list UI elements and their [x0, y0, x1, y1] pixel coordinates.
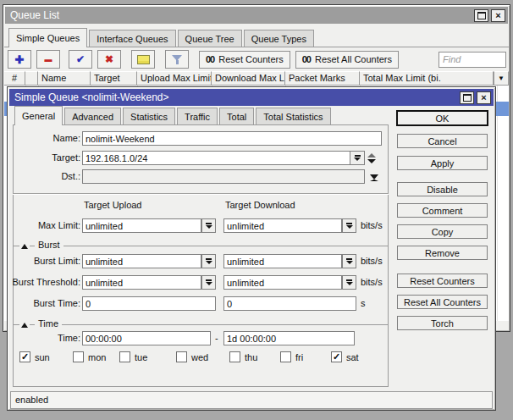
- dialog-maximize-button[interactable]: [460, 91, 474, 104]
- column-header-target[interactable]: Target: [91, 71, 137, 86]
- torch-button[interactable]: Torch: [397, 316, 488, 330]
- cancel-button[interactable]: Cancel: [397, 134, 488, 148]
- column-header-total-max-limit[interactable]: Total Max Limit (bi.: [360, 71, 494, 86]
- burst-time-unit: s: [361, 296, 366, 311]
- checkbox-icon[interactable]: [280, 351, 291, 362]
- maximize-button[interactable]: [474, 9, 488, 22]
- day-checkbox-thu[interactable]: thu: [229, 351, 257, 362]
- day-checkbox-wed[interactable]: wed: [176, 351, 208, 362]
- target-input[interactable]: [82, 151, 350, 165]
- checkbox-icon[interactable]: [73, 351, 84, 362]
- burst-limit-upload-input[interactable]: [82, 254, 201, 268]
- day-label: tue: [135, 352, 147, 362]
- remove-icon: ▬: [45, 56, 52, 64]
- max-limit-download-input[interactable]: [223, 218, 342, 233]
- target-spinner[interactable]: [367, 151, 377, 165]
- dialog-close-button[interactable]: ×: [477, 91, 491, 104]
- reset-all-counters-button[interactable]: Reset All Counters: [397, 295, 488, 309]
- burst-limit-upload-dropdown[interactable]: [201, 254, 216, 268]
- tab-total-statistics[interactable]: Total Statistics: [256, 108, 330, 125]
- column-header-packet-marks[interactable]: Packet Marks: [285, 71, 360, 86]
- tab-traffic[interactable]: Traffic: [177, 108, 218, 125]
- max-limit-upload-input[interactable]: [82, 218, 201, 233]
- burst-limit-download-input[interactable]: [223, 254, 342, 268]
- column-header-upload-max-limit[interactable]: Upload Max Limit: [137, 71, 212, 86]
- checkbox-icon[interactable]: [331, 351, 342, 362]
- burst-time-download-input[interactable]: [223, 296, 356, 311]
- status-text: enabled: [15, 395, 48, 405]
- desktop: { "colors": { "backdrop": "#a8a8a8", "wi…: [0, 0, 513, 420]
- target-dropdown-button[interactable]: [350, 151, 365, 165]
- tab-advanced[interactable]: Advanced: [64, 108, 121, 125]
- day-checkbox-mon[interactable]: mon: [73, 351, 106, 362]
- enable-button[interactable]: ✔: [69, 50, 92, 69]
- tab-simple-queues[interactable]: Simple Queues: [8, 28, 87, 47]
- disable-button[interactable]: Disable: [397, 182, 488, 196]
- target-label: Target:: [8, 151, 80, 165]
- disable-button[interactable]: ✖: [97, 50, 121, 69]
- column-header-download-max-limit[interactable]: Download Max Limit: [212, 71, 285, 86]
- day-checkbox-fri[interactable]: fri: [280, 351, 303, 362]
- checkbox-icon[interactable]: [176, 351, 187, 362]
- queue-list-titlebar[interactable]: Queue List ×: [5, 7, 508, 24]
- close-button[interactable]: ×: [491, 9, 505, 22]
- burst-threshold-upload-dropdown[interactable]: [201, 275, 216, 290]
- burst-limit-download-dropdown[interactable]: [342, 254, 356, 268]
- column-header-number[interactable]: #: [4, 71, 25, 86]
- day-checkbox-tue[interactable]: tue: [119, 351, 147, 362]
- tab-statistics[interactable]: Statistics: [123, 108, 175, 125]
- collapse-icon[interactable]: [21, 244, 28, 249]
- max-limit-unit: bits/s: [361, 218, 383, 233]
- comment-button[interactable]: [131, 50, 155, 69]
- time-from-input[interactable]: [82, 331, 211, 345]
- spin-up-icon: [367, 153, 376, 158]
- close-icon: ×: [481, 93, 486, 102]
- remove-button[interactable]: Remove: [397, 246, 488, 260]
- burst-limit-unit: bits/s: [361, 254, 383, 268]
- name-input[interactable]: [82, 131, 382, 146]
- burst-time-upload-input[interactable]: [82, 296, 216, 311]
- day-checkbox-sat[interactable]: sat: [331, 351, 359, 362]
- burst-threshold-download-dropdown[interactable]: [342, 275, 356, 290]
- burst-threshold-upload-input[interactable]: [82, 275, 201, 290]
- remove-button[interactable]: ▬: [36, 50, 60, 69]
- column-options-button[interactable]: ▼: [494, 71, 509, 86]
- comment-button[interactable]: Comment: [397, 203, 488, 218]
- day-label: thu: [245, 352, 257, 362]
- column-header-flags[interactable]: [25, 71, 38, 86]
- tab-queue-tree[interactable]: Queue Tree: [178, 30, 242, 47]
- dst-dropdown-arrow[interactable]: [370, 174, 378, 181]
- reset-all-counters-button[interactable]: 00 Reset All Counters: [295, 51, 399, 69]
- copy-button[interactable]: Copy: [397, 224, 488, 239]
- tab-queue-types[interactable]: Queue Types: [244, 30, 314, 47]
- time-group-header: Time: [13, 321, 389, 329]
- burst-threshold-download-input[interactable]: [223, 275, 342, 290]
- dst-input[interactable]: [82, 169, 365, 184]
- apply-button[interactable]: Apply: [397, 156, 488, 170]
- filter-button[interactable]: [165, 50, 189, 69]
- checkbox-icon[interactable]: [229, 351, 240, 362]
- checkbox-icon[interactable]: [19, 351, 30, 362]
- target-upload-header: Target Upload: [84, 200, 142, 210]
- checkbox-icon[interactable]: [119, 351, 130, 362]
- column-header-name[interactable]: Name: [38, 71, 91, 86]
- reset-counters-button[interactable]: 00 Reset Counters: [199, 51, 290, 69]
- max-limit-upload-dropdown[interactable]: [201, 218, 216, 233]
- collapse-icon[interactable]: [21, 323, 28, 328]
- ok-button[interactable]: OK: [397, 111, 488, 125]
- time-to-input[interactable]: [223, 331, 355, 345]
- simple-queue-dialog: Simple Queue <nolimit-Weekend> × General…: [7, 86, 496, 411]
- dialog-status-bar: enabled: [10, 391, 493, 409]
- tab-total[interactable]: Total: [219, 108, 254, 125]
- sort-down-icon: ▼: [498, 75, 505, 82]
- tab-interface-queues[interactable]: Interface Queues: [89, 30, 175, 47]
- burst-time-label: Burst Time:: [8, 296, 80, 311]
- find-input[interactable]: [439, 52, 506, 68]
- max-limit-download-dropdown[interactable]: [342, 218, 356, 233]
- reset-counters-button[interactable]: Reset Counters: [397, 274, 488, 288]
- dialog-titlebar[interactable]: Simple Queue <nolimit-Weekend> ×: [9, 89, 494, 106]
- add-button[interactable]: ✚: [8, 50, 31, 69]
- day-checkbox-sun[interactable]: sun: [19, 351, 50, 362]
- target-download-header: Target Download: [225, 200, 295, 210]
- tab-general[interactable]: General: [14, 106, 63, 125]
